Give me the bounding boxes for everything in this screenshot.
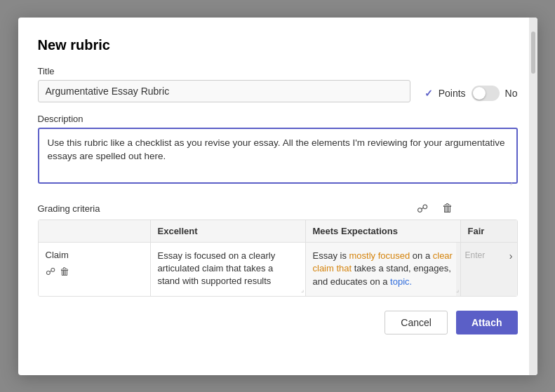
description-label: Description bbox=[38, 114, 518, 124]
delete-icon-meets[interactable]: 🗑 bbox=[439, 201, 456, 216]
description-textarea[interactable] bbox=[38, 128, 518, 184]
meets-text: Essay is mostly focused on a clear claim… bbox=[313, 250, 453, 290]
grading-col-headers: ☍ 🗑 bbox=[178, 201, 518, 217]
grading-criteria-label: Grading criteria bbox=[38, 203, 178, 214]
grading-section: Grading criteria ☍ 🗑 Excellent Meets Exp… bbox=[38, 201, 518, 297]
cancel-button[interactable]: Cancel bbox=[385, 311, 448, 334]
new-rubric-dialog: New rubric Title ✓ Points No Description… bbox=[18, 18, 537, 375]
title-input[interactable] bbox=[38, 80, 410, 102]
header-criteria-name bbox=[39, 220, 151, 242]
dialog-title: New rubric bbox=[38, 37, 518, 53]
dialog-scrollbar[interactable] bbox=[529, 18, 537, 375]
points-toggle[interactable] bbox=[472, 86, 500, 101]
delete-icon-row[interactable]: 🗑 bbox=[60, 266, 69, 277]
meets-part-1: Essay is bbox=[313, 250, 349, 261]
fair-col-icons bbox=[462, 201, 518, 217]
no-label: No bbox=[505, 88, 518, 99]
criteria-row-claim: Claim ☍ 🗑 Essay is focused on a clearly … bbox=[39, 242, 517, 297]
criteria-name-cell: Claim ☍ 🗑 bbox=[39, 243, 151, 297]
title-points-row: Title ✓ Points No bbox=[38, 66, 518, 102]
dialog-footer: Cancel Attach bbox=[38, 311, 518, 334]
toggle-knob bbox=[473, 87, 486, 100]
header-excellent: Excellent bbox=[151, 220, 306, 242]
header-fair: Fair bbox=[461, 220, 517, 242]
meets-part-3: on a bbox=[410, 250, 433, 261]
title-label: Title bbox=[38, 66, 410, 76]
meets-part-6: topic. bbox=[390, 276, 412, 287]
check-icon: ✓ bbox=[424, 88, 433, 99]
title-field-group: Title bbox=[38, 66, 410, 102]
fair-arrow-icon: › bbox=[509, 250, 513, 264]
fair-enter-text: Enter bbox=[465, 250, 486, 262]
attach-button[interactable]: Attach bbox=[456, 311, 518, 334]
copy-icon-row[interactable]: ☍ bbox=[46, 266, 55, 277]
header-meets: Meets Expectations bbox=[306, 220, 461, 242]
points-toggle-group: ✓ Points No bbox=[424, 72, 518, 101]
grading-header-row: Grading criteria ☍ 🗑 bbox=[38, 201, 518, 217]
criteria-table: Excellent Meets Expectations Fair Claim … bbox=[38, 219, 518, 297]
description-wrapper: ⌟ bbox=[38, 128, 518, 187]
fair-cell[interactable]: Enter › bbox=[461, 243, 517, 297]
meets-part-2: mostly focused bbox=[349, 250, 410, 261]
resize-handle[interactable]: ⌟ bbox=[509, 178, 516, 185]
copy-icon-meets[interactable]: ☍ bbox=[414, 201, 431, 217]
name-icons: ☍ 🗑 bbox=[46, 266, 69, 277]
meets-resize[interactable]: ⌟ bbox=[456, 285, 459, 295]
description-section: Description ⌟ bbox=[38, 114, 518, 187]
excellent-cell[interactable]: Essay is focused on a clearly articulate… bbox=[151, 243, 306, 297]
meets-cell[interactable]: Essay is mostly focused on a clear claim… bbox=[306, 243, 461, 297]
excellent-resize[interactable]: ⌟ bbox=[301, 285, 304, 295]
excellent-text: Essay is focused on a clearly articulate… bbox=[158, 250, 276, 286]
criteria-name-text: Claim bbox=[46, 250, 69, 260]
criteria-header-row: Excellent Meets Expectations Fair bbox=[39, 220, 517, 242]
meets-col-icons: ☍ 🗑 bbox=[178, 201, 462, 217]
points-label: Points bbox=[439, 88, 466, 99]
